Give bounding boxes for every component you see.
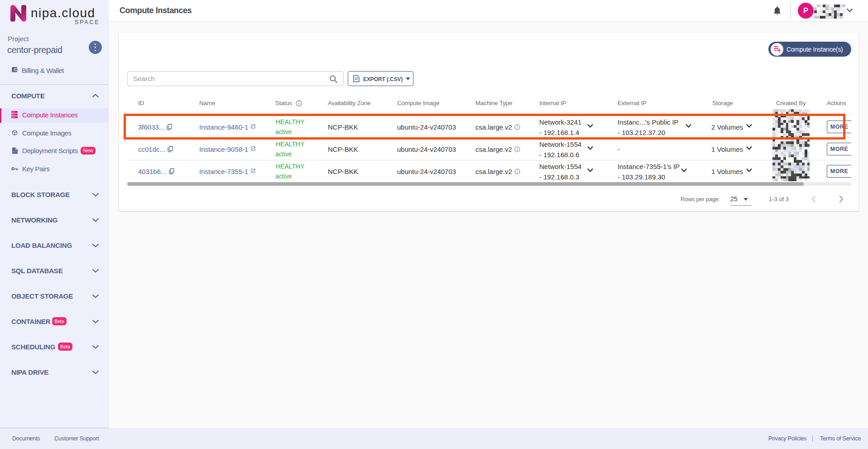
svg-text:SPACE: SPACE [75,19,100,25]
svg-text:nipa.cloud: nipa.cloud [31,6,96,20]
